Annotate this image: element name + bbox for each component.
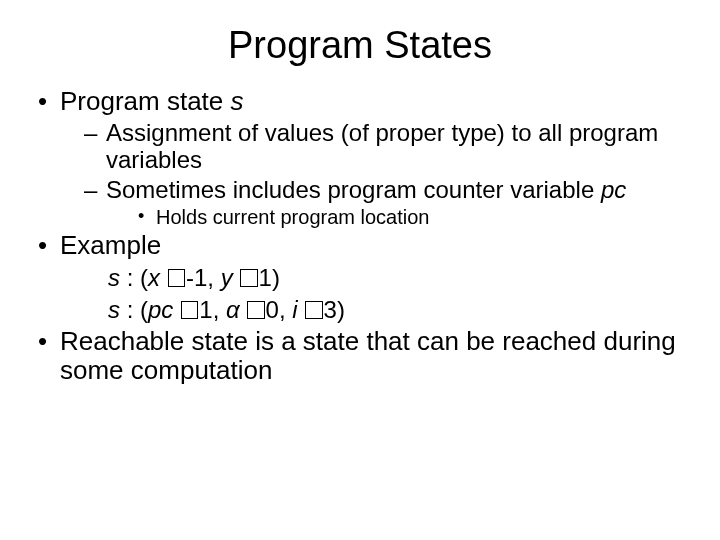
- slide-title: Program States: [30, 24, 690, 67]
- var-s: s: [231, 86, 244, 116]
- bullet-example: Example s : (x -1, y 1) s : (pc 1, α 0, …: [36, 231, 690, 325]
- t: i: [292, 296, 304, 323]
- bullet-list: Program state s Assignment of values (of…: [30, 87, 690, 386]
- text: Example: [60, 230, 161, 260]
- slide: Program States Program state s Assignmen…: [0, 0, 720, 540]
- t: y: [221, 264, 240, 291]
- mapsto-icon: [240, 269, 257, 286]
- bullet-reachable: Reachable state is a state that can be r…: [36, 327, 690, 387]
- example-line-1: s : (x -1, y 1): [60, 263, 690, 293]
- t: x: [148, 264, 167, 291]
- mapsto-icon: [181, 301, 198, 318]
- t: s: [108, 264, 127, 291]
- sub-bullet-assignment: Assignment of values (of proper type) to…: [84, 119, 690, 174]
- t: : (: [127, 264, 148, 291]
- sub-list: Assignment of values (of proper type) to…: [60, 119, 690, 229]
- t: 1): [259, 264, 280, 291]
- subsub-list: Holds current program location: [106, 206, 690, 229]
- t: -1,: [186, 264, 221, 291]
- text: Sometimes includes program counter varia…: [106, 176, 601, 203]
- t: : (: [127, 296, 148, 323]
- mapsto-icon: [305, 301, 322, 318]
- subsub-bullet-holds: Holds current program location: [138, 206, 690, 229]
- mapsto-icon: [168, 269, 185, 286]
- t: 0,: [266, 296, 293, 323]
- t: s: [108, 296, 127, 323]
- t: 1,: [199, 296, 226, 323]
- t: α: [226, 296, 246, 323]
- t: 3): [324, 296, 345, 323]
- example-line-2: s : (pc 1, α 0, i 3): [60, 295, 690, 325]
- var-pc: pc: [601, 176, 626, 203]
- text: Program state: [60, 86, 231, 116]
- sub-bullet-pc: Sometimes includes program counter varia…: [84, 176, 690, 229]
- text: Reachable state: [60, 326, 255, 356]
- mapsto-icon: [247, 301, 264, 318]
- bullet-program-state: Program state s Assignment of values (of…: [36, 87, 690, 229]
- t: pc: [148, 296, 180, 323]
